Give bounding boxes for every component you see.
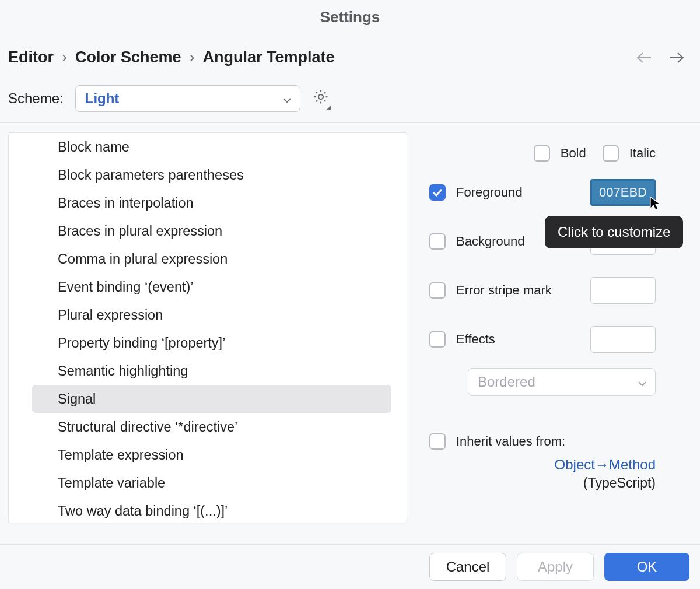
category-list[interactable]: Block name Block parameters parentheses … (8, 132, 407, 523)
tooltip: Click to customize (545, 216, 683, 248)
chevron-down-icon (638, 374, 647, 390)
list-item[interactable]: Semantic highlighting (9, 357, 407, 385)
scheme-label: Scheme: (8, 90, 64, 107)
background-checkbox[interactable] (429, 233, 446, 250)
inherit-label: Inherit values from: (456, 434, 565, 449)
crumb-separator: › (62, 48, 67, 66)
inherit-source: (TypeScript) (429, 475, 656, 491)
dialog-title: Settings (0, 0, 700, 26)
list-item[interactable]: Structural directive ‘*directive’ (9, 413, 407, 441)
foreground-checkbox[interactable] (429, 184, 446, 201)
nav-back-icon[interactable] (636, 51, 652, 64)
scheme-value: Light (85, 90, 120, 107)
list-item[interactable]: Template variable (9, 469, 407, 497)
effects-color-swatch[interactable] (590, 326, 656, 353)
crumb-angular-template[interactable]: Angular Template (203, 48, 335, 66)
inherit-checkbox[interactable] (429, 433, 446, 450)
effects-label: Effects (456, 332, 495, 347)
effects-checkbox[interactable] (429, 331, 446, 348)
italic-checkbox[interactable] (603, 145, 619, 162)
error-stripe-checkbox[interactable] (429, 282, 446, 299)
list-item[interactable]: Template expression (9, 441, 407, 469)
list-item[interactable]: Comma in plural expression (9, 245, 407, 273)
crumb-separator: › (190, 48, 195, 66)
effects-type-dropdown[interactable]: Bordered (468, 368, 656, 396)
effects-type-value: Bordered (478, 374, 536, 390)
bold-checkbox[interactable] (534, 145, 550, 162)
foreground-color-swatch[interactable]: 007EBD (590, 179, 656, 206)
list-item[interactable]: Block name (9, 133, 407, 161)
inherit-link[interactable]: Object→Method (555, 457, 656, 472)
list-item[interactable]: Event binding ‘(event)’ (9, 273, 407, 301)
list-item-selected[interactable]: Signal (32, 385, 391, 413)
nav-forward-icon[interactable] (668, 51, 685, 64)
crumb-editor[interactable]: Editor (8, 48, 54, 66)
crumb-color-scheme[interactable]: Color Scheme (75, 48, 181, 66)
list-item[interactable]: Braces in plural expression (9, 217, 407, 245)
error-stripe-label: Error stripe mark (456, 283, 552, 298)
list-item[interactable]: Plural expression (9, 301, 407, 329)
cancel-button[interactable]: Cancel (429, 553, 506, 581)
breadcrumb: Editor › Color Scheme › Angular Template (8, 48, 335, 66)
list-item[interactable]: Block parameters parentheses (9, 161, 407, 189)
list-item[interactable]: Two way data binding ‘[(...)]’ (9, 497, 407, 523)
svg-point-0 (318, 94, 323, 99)
scheme-dropdown[interactable]: Light (75, 85, 300, 112)
background-label: Background (456, 234, 524, 249)
list-item[interactable]: Property binding ‘[property]’ (9, 329, 407, 357)
list-item[interactable]: Braces in interpolation (9, 189, 407, 217)
foreground-label: Foreground (456, 185, 523, 200)
chevron-down-icon (282, 90, 292, 107)
italic-label: Italic (629, 146, 656, 161)
apply-button[interactable]: Apply (517, 553, 594, 581)
gear-icon[interactable] (312, 88, 330, 109)
bold-label: Bold (561, 146, 586, 161)
error-stripe-color-swatch[interactable] (590, 277, 656, 304)
ok-button[interactable]: OK (604, 553, 690, 581)
